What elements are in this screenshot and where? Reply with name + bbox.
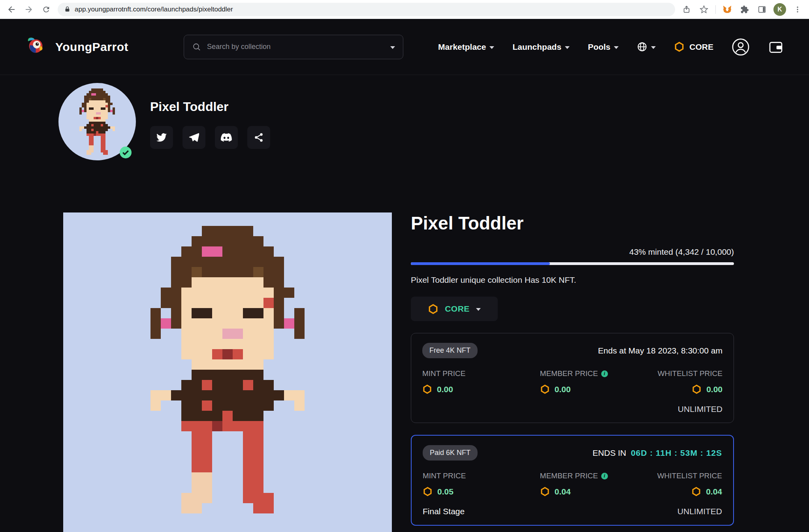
mint-progress-bar xyxy=(411,262,734,265)
whitelist-price-label: WHITELIST PRICE xyxy=(658,369,722,378)
nav-label-marketplace: Marketplace xyxy=(438,42,486,52)
member-price-value: 0.00 xyxy=(555,385,571,394)
token-hexagon-icon xyxy=(422,384,432,394)
reload-button[interactable] xyxy=(40,4,52,15)
lock-icon xyxy=(64,6,71,13)
wallet-icon xyxy=(768,39,784,55)
parrot-icon xyxy=(25,36,48,58)
whitelist-price-value: 0.04 xyxy=(706,487,722,496)
wallet-button[interactable] xyxy=(768,39,784,55)
collection-hero: Pixel Toddler xyxy=(0,75,809,160)
collection-name: Pixel Toddler xyxy=(150,100,270,114)
token-hexagon-icon xyxy=(692,384,702,394)
mint-price-col: MINT PRICE 0.05 xyxy=(423,472,540,496)
mint-price-value: 0.00 xyxy=(437,385,453,394)
chevron-down-icon xyxy=(651,46,656,49)
forward-button[interactable] xyxy=(23,4,35,15)
verified-badge-icon xyxy=(119,145,133,160)
nav-label-launchpads: Launchpads xyxy=(512,42,561,52)
address-bar[interactable]: app.youngparrotnft.com/core/launchpads/p… xyxy=(58,3,675,16)
twitter-icon xyxy=(156,132,167,143)
token-hexagon-icon xyxy=(423,487,433,496)
discord-button[interactable] xyxy=(215,126,238,149)
chevron-down-icon xyxy=(614,46,619,49)
back-arrow-icon xyxy=(7,5,16,14)
launchpad-content: Pixel Toddler 43% minted (4,342 / 10,000… xyxy=(0,160,809,532)
member-price-label: MEMBER PRICE xyxy=(540,472,598,480)
search-icon xyxy=(192,42,201,52)
telegram-icon xyxy=(189,132,199,143)
reload-icon xyxy=(42,5,51,14)
network-core-badge[interactable]: CORE xyxy=(674,41,713,52)
nft-artwork-panel xyxy=(63,212,392,532)
stage-badge: Free 4K NFT xyxy=(422,343,478,358)
stage-note: Final Stage xyxy=(423,507,465,516)
whitelist-price-value: 0.00 xyxy=(706,385,722,394)
discord-icon xyxy=(221,132,232,143)
minted-progress-label: 43% minted (4,342 / 10,000) xyxy=(411,247,734,257)
share-collection-button[interactable] xyxy=(247,126,270,149)
chevron-down-icon xyxy=(489,46,494,49)
network-label: CORE xyxy=(689,42,713,52)
chain-select[interactable]: CORE xyxy=(411,297,498,321)
sidebar-toggle-button[interactable] xyxy=(756,4,768,15)
mint-progress-fill xyxy=(411,262,550,265)
back-button[interactable] xyxy=(6,4,17,15)
collection-search[interactable] xyxy=(184,35,403,59)
extensions-puzzle-icon xyxy=(740,5,749,14)
metamask-fox-icon xyxy=(722,4,732,15)
whitelist-price-col: WHITELIST PRICE 0.04 xyxy=(657,472,722,496)
main-nav: Marketplace Launchpads Pools xyxy=(438,38,784,56)
browser-profile-avatar[interactable]: K xyxy=(773,3,786,16)
core-hexagon-icon xyxy=(674,41,685,52)
extensions-button[interactable] xyxy=(739,4,751,15)
whitelist-price-col: WHITELIST PRICE 0.00 xyxy=(658,369,722,394)
core-hexagon-icon xyxy=(428,304,438,314)
ends-in-prefix: ENDS IN xyxy=(593,448,626,457)
info-icon[interactable]: i xyxy=(601,473,608,479)
share-button[interactable] xyxy=(681,4,692,15)
mint-price-label: MINT PRICE xyxy=(423,472,466,480)
language-selector[interactable] xyxy=(637,41,656,52)
nft-artwork xyxy=(151,226,305,532)
whitelist-price-label: WHITELIST PRICE xyxy=(657,472,722,480)
token-hexagon-icon xyxy=(540,384,550,394)
stage-badge: Paid 6K NFT xyxy=(423,445,478,461)
member-price-col: MEMBER PRICE i 0.00 xyxy=(540,369,658,394)
collection-avatar-pixelart xyxy=(79,88,115,155)
bookmark-button[interactable] xyxy=(698,4,710,15)
search-input[interactable] xyxy=(207,43,385,51)
mint-price-label: MINT PRICE xyxy=(422,369,465,378)
nav-label-pools: Pools xyxy=(588,42,610,52)
toolbar-divider xyxy=(715,5,716,14)
account-button[interactable] xyxy=(732,38,750,56)
browser-menu-button[interactable] xyxy=(792,4,803,15)
countdown-timer: 06D : 11H : 53M : 12S xyxy=(631,448,722,457)
supply-label: UNLIMITED xyxy=(678,404,722,414)
token-hexagon-icon xyxy=(540,487,550,496)
twitter-button[interactable] xyxy=(150,126,173,149)
kebab-menu-icon xyxy=(794,6,801,13)
mint-price-col: MINT PRICE 0.00 xyxy=(422,369,540,394)
site-header: YoungParrot Marketplace Launchpads Pools xyxy=(0,19,809,75)
nav-item-pools[interactable]: Pools xyxy=(588,42,619,52)
token-hexagon-icon xyxy=(691,487,701,496)
stage-countdown-label: ENDS IN 06D : 11H : 53M : 12S xyxy=(593,448,722,458)
nav-item-launchpads[interactable]: Launchpads xyxy=(512,42,570,52)
metamask-extension-button[interactable] xyxy=(721,4,733,15)
stage-ends-label: Ends at May 18 2023, 8:30:00 am xyxy=(598,346,722,355)
url-text: app.youngparrotnft.com/core/launchpads/p… xyxy=(75,6,233,13)
telegram-button[interactable] xyxy=(182,126,205,149)
stage-card-paid: Paid 6K NFT ENDS IN 06D : 11H : 53M : 12… xyxy=(411,435,734,526)
chevron-down-icon xyxy=(390,46,395,49)
collection-description: Pixel Toddler unique collection Has 10K … xyxy=(411,275,734,285)
mint-details: Pixel Toddler 43% minted (4,342 / 10,000… xyxy=(411,212,734,532)
member-price-col: MEMBER PRICE i 0.04 xyxy=(540,472,657,496)
info-icon[interactable]: i xyxy=(601,370,608,377)
youngparrot-logo[interactable]: YoungParrot xyxy=(25,36,128,58)
nav-item-marketplace[interactable]: Marketplace xyxy=(438,42,494,52)
collection-avatar xyxy=(58,83,136,160)
mint-title: Pixel Toddler xyxy=(411,212,734,234)
user-icon xyxy=(732,38,750,56)
supply-label: UNLIMITED xyxy=(677,507,722,516)
